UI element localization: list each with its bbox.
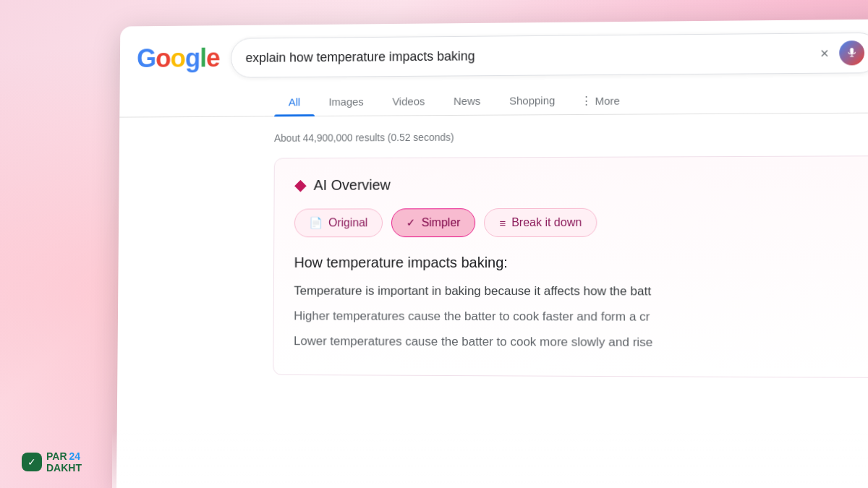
- mode-breakdown-button[interactable]: ≡ Break it down: [484, 208, 597, 237]
- results-count: About 44,900,000 results (0.52 seconds): [274, 121, 868, 158]
- svg-rect-0: [850, 48, 854, 53]
- google-logo: Google: [137, 43, 220, 74]
- nav-tabs: All Images Videos News Shopping ⋮ More: [119, 76, 868, 118]
- tab-images[interactable]: Images: [315, 88, 378, 116]
- search-bar-area: Google explain how temperature impacts b…: [120, 19, 868, 78]
- ai-overview-header: ◆ AI Overview: [294, 174, 859, 194]
- watermark-logo-box: ✓: [22, 453, 42, 471]
- simpler-check-icon: ✓: [407, 216, 416, 229]
- watermark: ✓ PAR 24 DAKHT: [22, 450, 82, 474]
- ai-diamond-icon: ◆: [294, 176, 307, 194]
- mode-simpler-label: Simpler: [422, 216, 461, 229]
- mode-breakdown-label: Break it down: [511, 216, 582, 229]
- watermark-dakht: DAKHT: [46, 462, 82, 474]
- tab-more-label: More: [595, 94, 620, 106]
- browser-window: Google explain how temperature impacts b…: [116, 19, 868, 488]
- mode-original-button[interactable]: 📄 Original: [294, 208, 383, 237]
- mic-icon[interactable]: [839, 40, 864, 65]
- mode-original-label: Original: [328, 216, 367, 229]
- tab-shopping[interactable]: Shopping: [495, 87, 569, 114]
- breakdown-list-icon: ≡: [499, 217, 506, 229]
- watermark-24: 24: [69, 450, 81, 462]
- tab-all[interactable]: All: [274, 89, 315, 116]
- more-dots-icon: ⋮: [581, 94, 592, 107]
- watermark-check-icon: ✓: [27, 456, 36, 468]
- tab-news[interactable]: News: [439, 87, 495, 115]
- watermark-par: PAR: [46, 450, 67, 462]
- ai-paragraph-3: Lower temperatures cause the batter to c…: [294, 332, 861, 354]
- close-icon[interactable]: ×: [817, 42, 832, 64]
- ai-paragraph-1: Temperature is important in baking becau…: [294, 281, 860, 301]
- ai-paragraph-2: Higher temperatures cause the batter to …: [294, 307, 860, 328]
- original-icon: 📄: [309, 216, 323, 229]
- mode-simpler-button[interactable]: ✓ Simpler: [391, 208, 476, 237]
- ai-content-heading: How temperature impacts baking:: [294, 254, 860, 271]
- ai-overview-title: AI Overview: [314, 176, 391, 193]
- results-area: About 44,900,000 results (0.52 seconds) …: [117, 113, 868, 397]
- tab-videos[interactable]: Videos: [378, 87, 439, 115]
- search-input[interactable]: explain how temperature impacts baking: [246, 46, 810, 65]
- ai-overview-card: ◆ AI Overview 📄 Original ✓ Simpler ≡ Bre…: [273, 155, 868, 377]
- search-box[interactable]: explain how temperature impacts baking ×: [231, 33, 868, 78]
- watermark-text: PAR 24 DAKHT: [46, 450, 82, 474]
- tab-more[interactable]: ⋮ More: [569, 87, 631, 114]
- mode-buttons: 📄 Original ✓ Simpler ≡ Break it down: [294, 207, 860, 237]
